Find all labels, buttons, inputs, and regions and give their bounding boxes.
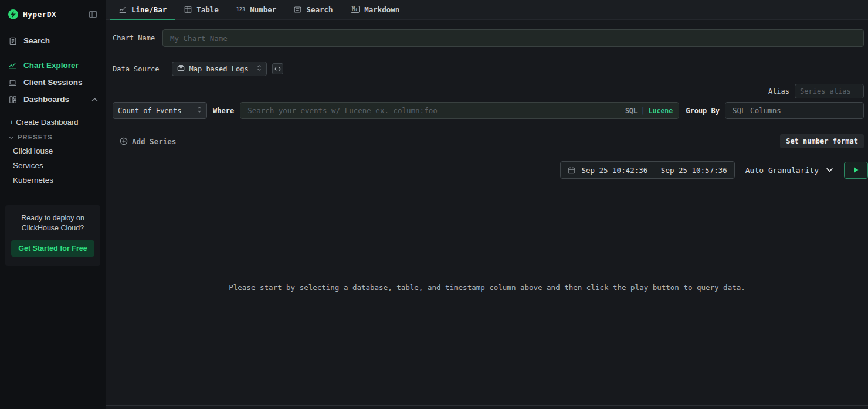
lucene-language-option[interactable]: Lucene bbox=[649, 107, 673, 115]
search-doc-icon bbox=[294, 6, 301, 13]
data-source-label: Data Source bbox=[113, 65, 159, 73]
query-language-toggle: SQL | Lucene bbox=[625, 102, 673, 119]
presets-label: PRESETS bbox=[18, 134, 53, 141]
run-query-play-button[interactable] bbox=[844, 162, 868, 179]
preset-kubernetes[interactable]: Kubernetes bbox=[0, 173, 106, 188]
sidebar-item-label: Search bbox=[23, 36, 50, 45]
line-chart-icon bbox=[8, 62, 18, 70]
presets-header[interactable]: PRESETS bbox=[0, 129, 106, 144]
code-editor-icon[interactable] bbox=[272, 63, 283, 74]
granularity-value: Auto Granularity bbox=[745, 166, 819, 175]
chart-name-input[interactable] bbox=[162, 29, 864, 47]
app-window: HyperDX Search Chart Explorer bbox=[0, 0, 868, 409]
chart-type-tabbar: Line/Bar Table 123 Number Search M↓ Ma bbox=[106, 0, 868, 20]
tab-label: Search bbox=[306, 5, 333, 14]
sidebar-item-label: Dashboards bbox=[23, 95, 69, 104]
dashboard-grid-icon bbox=[8, 96, 18, 104]
promo-text-line1: Ready to deploy on bbox=[11, 213, 94, 223]
series-actions-row: Add Series Set number format bbox=[106, 134, 868, 148]
table-icon bbox=[184, 6, 192, 13]
calendar-icon bbox=[568, 166, 575, 174]
select-updown-icon bbox=[197, 106, 202, 115]
group-by-input[interactable] bbox=[725, 102, 864, 119]
sidebar-header: HyperDX bbox=[0, 0, 106, 28]
tab-search[interactable]: Search bbox=[285, 0, 341, 20]
language-separator: | bbox=[641, 107, 645, 115]
set-number-format-button[interactable]: Set number format bbox=[780, 134, 864, 148]
number-123-icon: 123 bbox=[236, 6, 245, 12]
add-series-label: Add Series bbox=[132, 137, 176, 146]
data-source-row: Data Source Map based Logs bbox=[106, 62, 868, 76]
date-range-value: Sep 25 10:42:36 - Sep 25 10:57:36 bbox=[581, 166, 727, 175]
select-updown-icon bbox=[257, 64, 262, 73]
where-label: Where bbox=[213, 107, 234, 115]
tab-table[interactable]: Table bbox=[175, 0, 228, 20]
tab-label: Table bbox=[196, 5, 219, 14]
divider bbox=[106, 54, 868, 54]
clickhouse-cloud-promo: Ready to deploy on ClickHouse Cloud? Get… bbox=[5, 205, 100, 266]
granularity-select[interactable]: Auto Granularity bbox=[745, 166, 833, 175]
aggregation-select[interactable]: Count of Events bbox=[113, 102, 207, 119]
brand-logo[interactable]: HyperDX bbox=[8, 9, 56, 19]
tab-markdown[interactable]: M↓ Markdown bbox=[342, 0, 409, 20]
chevron-down-icon bbox=[826, 168, 833, 172]
add-series-button[interactable]: Add Series bbox=[120, 137, 176, 146]
promo-text-line2: ClickHouse Cloud? bbox=[11, 223, 94, 233]
search-docs-icon bbox=[8, 37, 18, 45]
sidebar-item-search[interactable]: Search bbox=[0, 32, 106, 49]
create-dashboard-button[interactable]: + Create Dashboard bbox=[0, 115, 106, 129]
markdown-icon: M↓ bbox=[351, 6, 360, 13]
chart-name-label: Chart Name bbox=[113, 34, 155, 42]
sidebar: HyperDX Search Chart Explorer bbox=[0, 0, 106, 409]
chevron-down-icon bbox=[8, 134, 14, 141]
sidebar-nav: Search Chart Explorer Client Sessions Da bbox=[0, 28, 106, 188]
series-builder-row: Count of Events Where SQL | Lucene Group… bbox=[106, 102, 868, 119]
plus-circle-icon bbox=[120, 137, 128, 145]
series-alias-input[interactable] bbox=[795, 84, 864, 98]
empty-state-message: Please start by selecting a database, ta… bbox=[106, 283, 868, 292]
bottom-divider bbox=[106, 405, 868, 406]
date-range-picker[interactable]: Sep 25 10:42:36 - Sep 25 10:57:36 bbox=[560, 161, 734, 179]
alias-row: Alias bbox=[106, 84, 868, 98]
database-icon bbox=[177, 64, 185, 73]
chart-name-row: Chart Name bbox=[106, 29, 868, 47]
preset-services[interactable]: Services bbox=[0, 158, 106, 173]
laptop-icon bbox=[8, 79, 18, 87]
sidebar-item-chart-explorer[interactable]: Chart Explorer bbox=[0, 57, 106, 74]
sidebar-item-dashboards[interactable]: Dashboards bbox=[0, 91, 106, 108]
collapse-sidebar-icon[interactable] bbox=[89, 10, 97, 19]
preset-clickhouse[interactable]: ClickHouse bbox=[0, 144, 106, 158]
sidebar-item-label: Client Sessions bbox=[23, 78, 83, 87]
tab-label: Markdown bbox=[364, 5, 399, 14]
brand-name: HyperDX bbox=[23, 10, 56, 19]
group-by-label: Group By bbox=[686, 107, 720, 115]
time-controls-row: Sep 25 10:42:36 - Sep 25 10:57:36 Auto G… bbox=[106, 161, 868, 179]
sidebar-divider bbox=[0, 53, 106, 53]
where-input-wrap: SQL | Lucene bbox=[240, 102, 679, 119]
main-content: Line/Bar Table 123 Number Search M↓ Ma bbox=[106, 0, 868, 409]
line-chart-icon bbox=[118, 6, 127, 13]
aggregation-value: Count of Events bbox=[118, 107, 181, 115]
dashboards-subnav: + Create Dashboard PRESETS ClickHouse Se… bbox=[0, 108, 106, 188]
sidebar-item-label: Chart Explorer bbox=[23, 61, 79, 70]
data-source-value: Map based Logs bbox=[189, 65, 248, 73]
tab-label: Line/Bar bbox=[131, 5, 167, 14]
chevron-up-icon[interactable] bbox=[91, 95, 98, 104]
hyperdx-logo-icon bbox=[8, 9, 18, 19]
data-source-select[interactable]: Map based Logs bbox=[172, 62, 267, 76]
sql-language-option[interactable]: SQL bbox=[625, 107, 638, 115]
where-search-input[interactable] bbox=[240, 102, 679, 119]
alias-label: Alias bbox=[768, 87, 789, 96]
tab-number[interactable]: 123 Number bbox=[228, 0, 286, 20]
divider bbox=[106, 91, 760, 91]
sidebar-item-client-sessions[interactable]: Client Sessions bbox=[0, 74, 106, 91]
tab-line-bar[interactable]: Line/Bar bbox=[110, 0, 175, 20]
get-started-button[interactable]: Get Started for Free bbox=[11, 240, 94, 257]
tab-label: Number bbox=[250, 5, 276, 14]
play-icon bbox=[853, 167, 859, 173]
